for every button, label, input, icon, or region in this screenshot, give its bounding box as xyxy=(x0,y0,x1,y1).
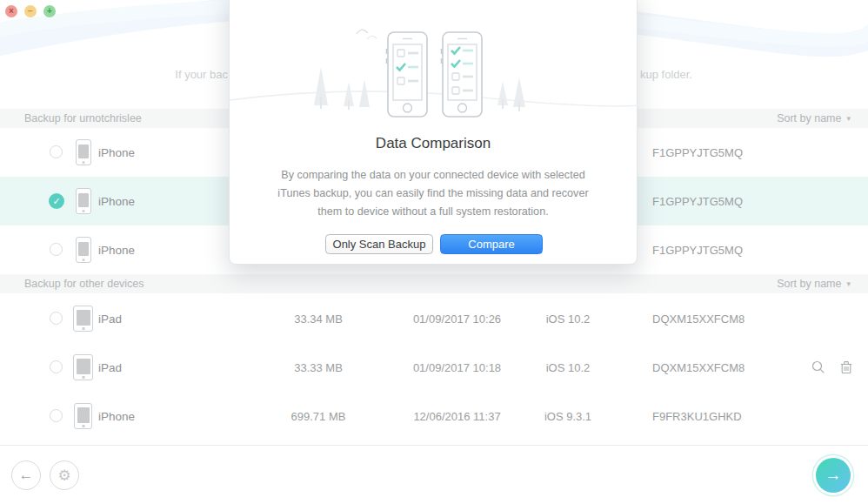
data-comparison-illustration xyxy=(230,1,638,131)
serial-number: F1GPPYJTG5MQ xyxy=(652,128,743,177)
backup-row-iphone-4[interactable]: iPhone 699.71 MB 12/06/2016 11:37 iOS 9.… xyxy=(0,392,868,440)
radio-unchecked[interactable] xyxy=(50,409,63,422)
section-header-other-devices: Backup for other devices Sort by name ▾ xyxy=(0,274,868,293)
ios-version: iOS 9.3.1 xyxy=(533,392,603,440)
ipad-icon xyxy=(73,306,93,332)
iphone-icon xyxy=(76,139,91,165)
section-title: Backup for urnotchrislee xyxy=(0,112,142,124)
arrow-right-icon: → xyxy=(825,466,842,485)
backup-row-ipad-1[interactable]: iPad 33.34 MB 01/09/2017 10:26 iOS 10.2 … xyxy=(0,294,868,343)
backup-date: 01/09/2017 10:26 xyxy=(394,294,520,343)
ipad-icon xyxy=(73,354,93,380)
device-name: iPad xyxy=(98,343,122,392)
trash-icon[interactable] xyxy=(839,360,853,374)
serial-number: F1GPPYJTG5MQ xyxy=(652,225,743,274)
dialog-title: Data Comparison xyxy=(230,135,637,152)
sort-label: Sort by name xyxy=(777,278,841,290)
radio-unchecked[interactable] xyxy=(50,243,63,256)
chevron-down-icon: ▾ xyxy=(846,114,851,123)
radio-checked[interactable]: ✓ xyxy=(49,193,64,209)
backup-row-ipad-2[interactable]: iPad 33.33 MB 01/09/2017 10:18 iOS 10.2 … xyxy=(0,343,868,392)
compare-button[interactable]: Compare xyxy=(440,234,543,254)
dialog-body-text: By comparing the data on your connected … xyxy=(230,166,637,221)
iphone-icon xyxy=(76,237,91,263)
chevron-down-icon: ▾ xyxy=(846,279,851,288)
dialog-body-line: them to device without a full system res… xyxy=(230,203,637,221)
gear-icon: ⚙ xyxy=(57,467,70,485)
serial-number: F1GPPYJTG5MQ xyxy=(652,177,743,225)
device-name: iPad xyxy=(98,294,122,343)
backup-size: 33.33 MB xyxy=(257,343,379,392)
radio-unchecked[interactable] xyxy=(50,145,63,158)
footer-toolbar: ← ⚙ → xyxy=(0,445,868,504)
search-icon[interactable] xyxy=(811,360,825,374)
ios-version: iOS 10.2 xyxy=(533,294,603,343)
backup-size: 699.71 MB xyxy=(257,392,379,440)
only-scan-backup-button[interactable]: Only Scan Backup xyxy=(325,234,433,254)
serial-number: F9FR3KU1GHKD xyxy=(652,392,742,440)
dialog-body-line: By comparing the data on your connected … xyxy=(230,166,637,185)
serial-number: DQXM15XXFCM8 xyxy=(652,294,744,343)
settings-button[interactable]: ⚙ xyxy=(50,460,79,490)
backup-date: 12/06/2016 11:37 xyxy=(394,392,520,440)
radio-unchecked[interactable] xyxy=(50,312,63,325)
zoom-icon: + xyxy=(47,7,52,16)
backup-hint-text-left: If your bac xyxy=(0,68,228,82)
minimize-icon: − xyxy=(28,7,33,16)
section-title: Backup for other devices xyxy=(0,278,144,290)
backup-size: 33.34 MB xyxy=(257,294,379,343)
ios-version: iOS 10.2 xyxy=(533,343,603,392)
minimize-window-button[interactable]: − xyxy=(24,5,37,17)
serial-number: DQXM15XXFCM8 xyxy=(652,343,744,392)
dialog-body-line: iTunes backup, you can easily find the m… xyxy=(230,185,637,203)
close-window-button[interactable]: × xyxy=(5,5,17,17)
device-name: iPhone xyxy=(98,177,135,225)
dialog-buttons: Only Scan Backup Compare xyxy=(230,234,637,255)
next-button[interactable]: → xyxy=(816,458,851,493)
check-icon: ✓ xyxy=(52,196,60,207)
sort-by-name-dropdown[interactable]: Sort by name ▾ xyxy=(777,109,851,128)
sort-by-name-dropdown[interactable]: Sort by name ▾ xyxy=(777,274,851,293)
back-button[interactable]: ← xyxy=(11,460,41,490)
sort-label: Sort by name xyxy=(777,112,841,124)
iphone-icon xyxy=(74,403,92,429)
window-controls: × − + xyxy=(5,5,56,17)
zoom-window-button[interactable]: + xyxy=(43,5,56,17)
device-name: iPhone xyxy=(98,392,135,440)
radio-unchecked[interactable] xyxy=(50,360,63,373)
device-name: iPhone xyxy=(98,128,135,177)
data-comparison-dialog: Data Comparison By comparing the data on… xyxy=(229,0,638,265)
backup-hint-text-right: kup folder. xyxy=(640,68,868,82)
close-icon: × xyxy=(9,7,14,16)
arrow-left-icon: ← xyxy=(19,467,34,484)
backup-date: 01/09/2017 10:18 xyxy=(394,343,520,392)
iphone-icon xyxy=(76,188,91,214)
app-window: × − + If your bac kup folder. Backup for… xyxy=(0,0,868,504)
device-name: iPhone xyxy=(98,225,135,274)
